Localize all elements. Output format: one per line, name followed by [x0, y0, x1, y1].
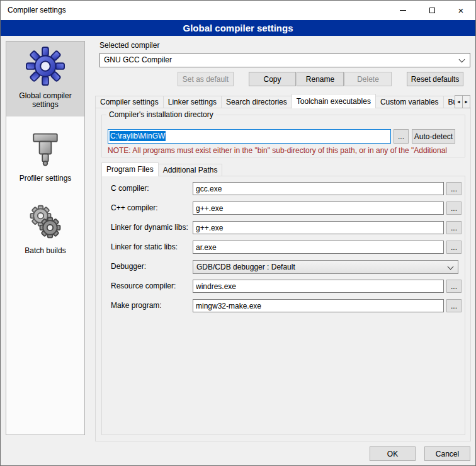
selected-compiler-label: Selected compiler	[99, 41, 159, 50]
make-program-input[interactable]	[193, 299, 444, 312]
compiler-select-value: GNU GCC Compiler	[104, 55, 172, 64]
maximize-button[interactable]	[417, 1, 446, 20]
tab-linker-settings[interactable]: Linker settings	[163, 96, 222, 108]
sidebar-item-global-compiler-settings[interactable]: Global compiler settings	[6, 42, 84, 116]
sidebar-item-profiler-settings[interactable]: Profiler settings	[6, 124, 84, 190]
gray-gears-icon	[26, 203, 64, 241]
c-compiler-label: C compiler:	[111, 182, 149, 195]
sidebar: Global compiler settings Profiler settin…	[6, 41, 85, 435]
titlebar: Compiler settings ×	[1, 1, 475, 20]
c-compiler-browse-button[interactable]: ...	[446, 182, 462, 195]
debugger-select[interactable]: GDB/CDB debugger : Default	[193, 260, 458, 274]
static-linker-browse-button[interactable]: ...	[446, 241, 462, 254]
sidebar-item-batch-builds[interactable]: Batch builds	[6, 198, 84, 263]
maximize-icon	[429, 8, 435, 13]
static-linker-label: Linker for static libs:	[111, 241, 178, 254]
dynamic-linker-input[interactable]	[193, 221, 444, 234]
window-title: Compiler settings	[8, 1, 66, 20]
installation-directory-browse-button[interactable]: ...	[394, 129, 409, 144]
note-text: NOTE: All programs must exist either in …	[108, 146, 465, 155]
close-button[interactable]: ×	[446, 1, 475, 20]
make-program-browse-button[interactable]: ...	[446, 299, 462, 312]
copy-button[interactable]: Copy	[249, 72, 296, 86]
program-files-tabstrip: Program Files Additional Paths	[101, 162, 222, 176]
c-compiler-input[interactable]	[193, 182, 444, 195]
tab-additional-paths[interactable]: Additional Paths	[158, 164, 223, 176]
debugger-select-value: GDB/CDB debugger : Default	[196, 263, 295, 271]
chevron-down-icon	[448, 264, 454, 270]
arrow-right-icon: ►	[464, 99, 468, 104]
sidebar-item-label: Batch builds	[8, 246, 83, 255]
minimize-icon	[400, 10, 406, 11]
chevron-down-icon	[459, 57, 465, 63]
tab-toolchain-executables[interactable]: Toolchain executables	[292, 94, 376, 108]
c-compiler-row: C compiler: ...	[101, 182, 465, 196]
debugger-label: Debugger:	[111, 260, 146, 273]
blue-gear-icon	[26, 47, 65, 86]
page-title: Global compiler settings	[1, 20, 475, 36]
delete-button[interactable]: Delete	[344, 72, 392, 86]
rename-button[interactable]: Rename	[297, 72, 344, 86]
compiler-settings-dialog: Compiler settings × Global compiler sett…	[0, 0, 476, 466]
dynamic-linker-row: Linker for dynamic libs: ...	[101, 221, 465, 235]
cpp-compiler-browse-button[interactable]: ...	[446, 202, 462, 215]
window-controls: ×	[388, 1, 475, 20]
cpp-compiler-row: C++ compiler: ...	[101, 202, 465, 215]
cpp-compiler-input[interactable]	[193, 202, 444, 215]
resource-compiler-row: Resource compiler: ...	[101, 280, 465, 293]
close-icon: ×	[458, 6, 464, 15]
resource-compiler-browse-button[interactable]: ...	[446, 280, 462, 293]
tab-build[interactable]: Buil	[443, 96, 455, 108]
static-linker-input[interactable]	[193, 241, 444, 254]
debugger-row: Debugger: GDB/CDB debugger : Default	[101, 260, 465, 274]
installation-directory-value: C:\raylib\MinGW	[110, 131, 166, 141]
set-as-default-button[interactable]: Set as default	[178, 72, 234, 86]
arrow-left-icon: ◄	[456, 99, 461, 104]
settings-tabstrip: Compiler settings Linker settings Search…	[95, 94, 455, 108]
sidebar-item-label: Profiler settings	[8, 174, 83, 183]
resource-compiler-label: Resource compiler:	[111, 280, 176, 293]
auto-detect-button[interactable]: Auto-detect	[412, 129, 455, 144]
compiler-select[interactable]: GNU GCC Compiler	[99, 53, 470, 67]
profiler-tool-icon	[26, 129, 64, 168]
resource-compiler-input[interactable]	[193, 280, 444, 293]
installation-directory-input[interactable]: C:\raylib\MinGW	[108, 129, 391, 144]
ok-button[interactable]: OK	[370, 446, 416, 461]
make-program-label: Make program:	[111, 299, 162, 312]
tab-compiler-settings[interactable]: Compiler settings	[95, 96, 164, 108]
static-linker-row: Linker for static libs: ...	[101, 241, 465, 254]
cpp-compiler-label: C++ compiler:	[111, 202, 158, 215]
sidebar-item-label: Global compiler settings	[8, 91, 83, 109]
installation-directory-group-label: Compiler's installation directory	[106, 110, 216, 119]
tab-scroll-right-button[interactable]: ►	[462, 95, 470, 108]
tab-scroll-controls: ◄ ►	[455, 95, 470, 108]
tab-search-directories[interactable]: Search directories	[221, 96, 292, 108]
cancel-button[interactable]: Cancel	[424, 446, 470, 461]
make-program-row: Make program: ...	[101, 299, 465, 313]
tab-program-files[interactable]: Program Files	[101, 162, 159, 176]
minimize-button[interactable]	[388, 1, 417, 20]
tab-custom-variables[interactable]: Custom variables	[375, 96, 444, 108]
dynamic-linker-label: Linker for dynamic libs:	[111, 221, 188, 234]
dynamic-linker-browse-button[interactable]: ...	[446, 221, 462, 234]
reset-defaults-button[interactable]: Reset defaults	[407, 72, 463, 86]
